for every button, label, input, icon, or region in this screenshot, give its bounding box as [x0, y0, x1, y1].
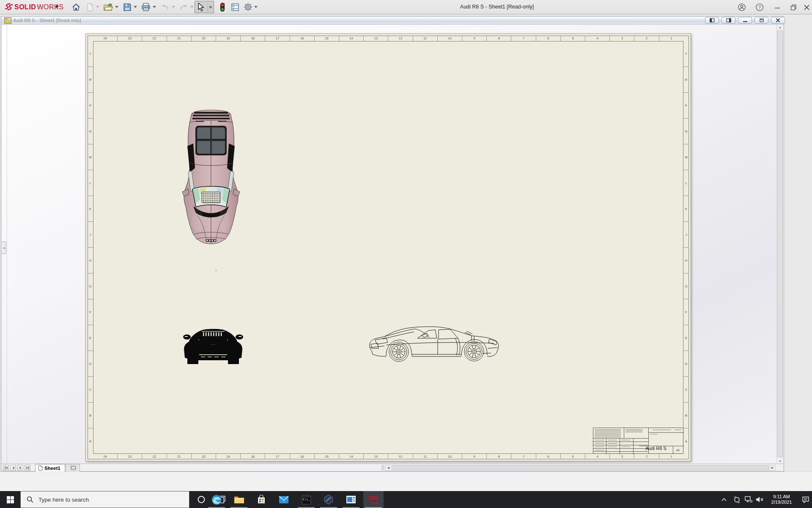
zone-number: 2 — [634, 454, 658, 459]
pane-collapse-tab[interactable]: ◂ — [2, 241, 6, 254]
account-button[interactable] — [736, 3, 748, 12]
drawing-view-top[interactable] — [181, 109, 241, 245]
zone-letter: A — [88, 428, 93, 454]
hscroll-thumb[interactable] — [392, 466, 769, 470]
zone-letter: E — [88, 325, 93, 351]
redo-button[interactable] — [179, 2, 189, 12]
zone-number: 6 — [536, 454, 560, 459]
open-dropdown[interactable] — [115, 6, 118, 8]
document-title: Audi R8 S - Sheet1 [Read-only] — [13, 18, 81, 23]
home-button[interactable] — [71, 2, 81, 12]
mail-button[interactable] — [274, 491, 294, 508]
help-button[interactable]: ? — [754, 3, 765, 12]
vertical-scrollbar[interactable]: ▲ ▼ — [776, 25, 783, 464]
start-button[interactable] — [0, 491, 20, 508]
title-block[interactable]: Audi R8 S A0 — [593, 428, 683, 454]
zone-letter: H — [88, 247, 93, 273]
tray-clock[interactable]: 9:11 AM 2/19/2021 — [764, 491, 799, 508]
menu-expand-arrow[interactable] — [56, 4, 59, 8]
doc-minimize-button[interactable] — [738, 17, 752, 24]
file-explorer-icon — [234, 495, 244, 504]
save-button[interactable] — [122, 2, 132, 12]
zone-letters-right: TRPNMLKJHGFEDCBA — [683, 41, 689, 454]
edge-button[interactable] — [206, 491, 227, 508]
tray-chevron-button[interactable] — [718, 491, 730, 508]
zone-number: 9 — [462, 454, 486, 459]
zone-letter: N — [683, 118, 689, 144]
scroll-up-arrow[interactable]: ▲ — [777, 25, 783, 30]
remote-window-button[interactable] — [341, 491, 361, 508]
redo-dropdown[interactable] — [190, 6, 194, 8]
save-dropdown[interactable] — [134, 6, 137, 8]
new-document-button[interactable] — [85, 2, 95, 12]
pane-right-button[interactable] — [721, 17, 735, 24]
pane-left-button[interactable] — [705, 17, 719, 24]
drawing-viewport[interactable]: ◂ 24232221201918171615141312111098765432… — [2, 25, 776, 464]
scroll-left-arrow[interactable]: ◀ — [386, 465, 391, 470]
solidworks-app-button[interactable]: SW 2021 — [363, 491, 384, 508]
doc-restore-button[interactable] — [754, 17, 768, 24]
zone-number: 16 — [290, 36, 314, 41]
options-dropdown[interactable] — [254, 6, 258, 8]
print-dropdown[interactable] — [153, 6, 156, 8]
pane-splitter[interactable] — [7, 25, 7, 464]
meet-now-button[interactable] — [731, 491, 743, 508]
taskbar-search[interactable] — [20, 491, 189, 508]
add-sheet-tab[interactable] — [66, 464, 80, 472]
solidworks-logo[interactable]: SOLIDWORKS — [4, 3, 63, 12]
zone-letter: R — [683, 66, 689, 92]
next-sheet-button[interactable] — [17, 465, 23, 471]
command-prompt-button[interactable]: C:\_ — [296, 491, 316, 508]
zone-letter: C — [683, 376, 689, 402]
last-sheet-button[interactable] — [25, 465, 30, 471]
restore-button[interactable] — [787, 3, 799, 12]
zone-letter: M — [88, 144, 93, 170]
zone-number: 3 — [609, 454, 634, 459]
new-document-dropdown[interactable] — [96, 6, 99, 8]
undo-button[interactable] — [160, 2, 170, 12]
zone-number: 6 — [536, 36, 560, 41]
drawing-view-side[interactable] — [368, 324, 502, 364]
action-center-button[interactable] — [799, 491, 812, 508]
horizontal-scrollbar[interactable]: ◀ ▶ — [385, 465, 776, 471]
vscroll-thumb[interactable] — [777, 30, 783, 457]
tab-sheet1[interactable]: Sheet1 — [35, 464, 65, 472]
task-list-button[interactable] — [230, 2, 240, 12]
search-input[interactable] — [38, 497, 178, 503]
select-tool-button[interactable] — [195, 1, 214, 13]
previous-sheet-button[interactable] — [10, 465, 16, 471]
sheet-inner-border — [93, 41, 683, 454]
zone-number: 8 — [486, 454, 511, 459]
zone-number: 9 — [462, 36, 486, 41]
rebuild-traffic-light-button[interactable] — [217, 2, 228, 12]
zone-number: 1 — [659, 36, 683, 41]
select-tool-dropdown[interactable] — [209, 6, 212, 8]
print-button[interactable] — [141, 2, 151, 12]
open-button[interactable] — [103, 2, 113, 12]
zone-number: 18 — [240, 36, 265, 41]
scroll-right-arrow[interactable]: ▶ — [770, 465, 775, 470]
select-cursor-icon — [198, 3, 205, 11]
hex-app-button[interactable] — [318, 491, 339, 508]
minimize-button[interactable] — [771, 3, 783, 12]
document-window: Audi R8 S - Sheet1 [Read-only] ◂ — [1, 16, 784, 472]
file-explorer-button[interactable] — [229, 491, 249, 508]
options-gear-button[interactable] — [243, 2, 253, 12]
app-titlebar: SOLIDWORKS — [0, 0, 812, 14]
zone-number: 24 — [93, 454, 117, 459]
doc-close-button[interactable] — [771, 17, 785, 24]
undo-dropdown[interactable] — [172, 6, 175, 8]
zone-number: 16 — [290, 454, 314, 459]
zone-number: 18 — [240, 454, 265, 459]
store-button[interactable] — [251, 491, 272, 508]
zone-number: 19 — [216, 36, 240, 41]
first-sheet-button[interactable] — [3, 465, 9, 471]
zone-number: 15 — [314, 454, 339, 459]
tabbar-splitter[interactable] — [382, 465, 384, 470]
drawing-view-front[interactable] — [183, 325, 243, 365]
close-button[interactable] — [802, 3, 811, 12]
document-titlebar[interactable]: Audi R8 S - Sheet1 [Read-only] — [1, 17, 784, 25]
drawing-sheet[interactable]: 242322212019181716151413121110987654321 … — [85, 33, 691, 461]
network-button[interactable] — [743, 491, 754, 508]
zone-letter: J — [683, 221, 689, 247]
